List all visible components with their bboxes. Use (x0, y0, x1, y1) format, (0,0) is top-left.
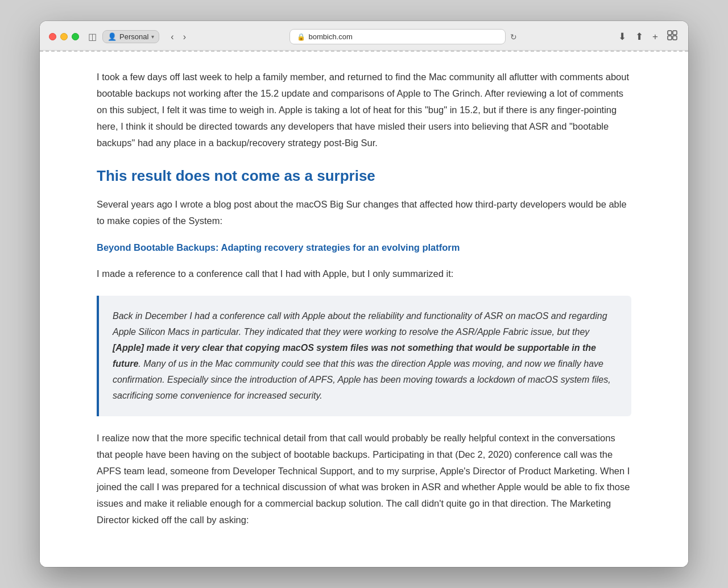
body-paragraph-1: Several years ago I wrote a blog post ab… (97, 196, 631, 229)
reload-icon[interactable]: ↻ (510, 32, 517, 42)
address-bar[interactable]: 🔒 bombich.com (289, 29, 506, 44)
svg-rect-0 (668, 31, 672, 35)
back-button[interactable]: ‹ (167, 31, 177, 43)
maximize-button[interactable] (72, 33, 79, 40)
blockquote: Back in December I had a conference call… (97, 296, 631, 416)
svg-rect-2 (668, 36, 672, 40)
toolbar-right: ⬇ ⬆ + (617, 29, 679, 44)
profile-label: Personal (119, 32, 148, 41)
lock-icon: 🔒 (297, 33, 305, 41)
sidebar-toggle-icon[interactable]: ◫ (88, 31, 97, 42)
url-text: bombich.com (309, 32, 353, 41)
chevron-down-icon: ▾ (151, 34, 154, 40)
minimize-button[interactable] (60, 33, 68, 40)
browser-window: ◫ 👤 Personal ▾ ‹ › 🔒 bombich.com ↻ ⬇ ⬆ + (40, 21, 688, 567)
close-button[interactable] (49, 33, 56, 40)
content-area: I took a few days off last week to help … (40, 52, 688, 567)
tab-overview-icon[interactable] (665, 29, 679, 44)
svg-rect-1 (673, 31, 677, 35)
intro-paragraph: I took a few days off last week to help … (97, 69, 631, 151)
body-paragraph-2: I made a reference to a conference call … (97, 266, 631, 282)
article-link[interactable]: Beyond Bootable Backups: Adapting recove… (97, 239, 631, 255)
blockquote-text: Back in December I had a conference call… (113, 308, 618, 404)
forward-button[interactable]: › (180, 31, 189, 43)
nav-buttons: ‹ › (167, 31, 189, 43)
profile-icon: 👤 (107, 32, 117, 41)
traffic-lights (49, 33, 79, 40)
blockquote-part2: . Many of us in the Mac community could … (113, 359, 611, 400)
new-tab-icon[interactable]: + (651, 30, 660, 44)
blockquote-part1: Back in December I had a conference call… (113, 311, 607, 337)
share-icon[interactable]: ⬆ (634, 30, 645, 44)
section-heading: This result does not come as a surprise (97, 167, 631, 186)
svg-rect-3 (673, 36, 677, 40)
final-paragraph: I realize now that the more specific tec… (97, 430, 631, 528)
address-bar-area: 🔒 bombich.com ↻ (195, 29, 611, 44)
profile-pill[interactable]: 👤 Personal ▾ (102, 30, 159, 43)
title-bar: ◫ 👤 Personal ▾ ‹ › 🔒 bombich.com ↻ ⬇ ⬆ + (40, 21, 688, 51)
download-icon[interactable]: ⬇ (617, 30, 628, 44)
